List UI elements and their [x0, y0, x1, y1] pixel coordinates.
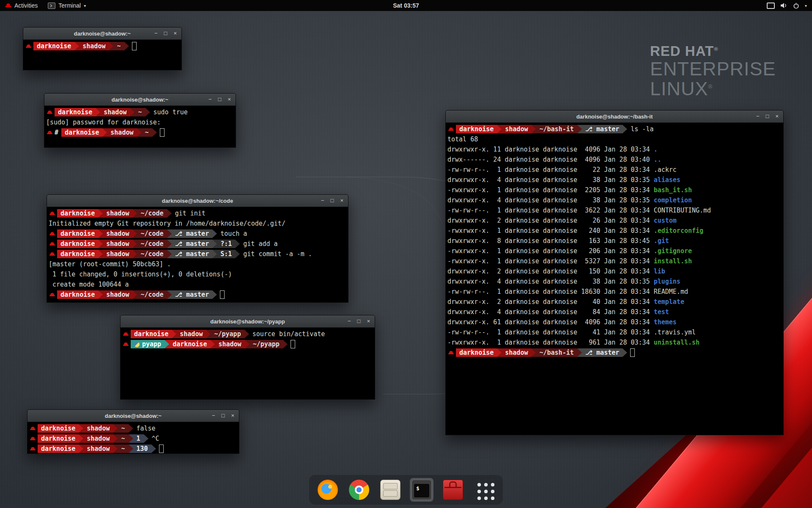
close-button[interactable]: ×: [340, 195, 343, 207]
terminal-cursor: [132, 42, 137, 50]
ls-details: -rwxrwxr-x. 1 darknoise darknoise 2205 J…: [447, 186, 654, 194]
window-controls: −□×: [756, 110, 783, 122]
titlebar[interactable]: darknoise@shadow:~−□×: [44, 94, 236, 106]
firefox-launcher[interactable]: [316, 478, 340, 502]
ls-line: drwxrwxr-x. 4 darknoise darknoise 38 Jan…: [447, 175, 782, 185]
volume-icon[interactable]: [780, 3, 787, 8]
powerline-arrow-icon: [577, 348, 582, 357]
ls-line: -rw-rw-r--. 1 darknoise darknoise 22 Jan…: [447, 165, 782, 175]
display-icon[interactable]: [767, 3, 775, 9]
ls-line: drwxrwxr-x. 61 darknoise darknoise 4096 …: [447, 317, 782, 327]
titlebar[interactable]: darknoise@shadow:~/pyapp−□×: [121, 315, 375, 328]
terminal-content[interactable]: darknoiseshadow~/codegit initInitialized…: [47, 207, 348, 302]
powerline-arrow-icon: [235, 250, 240, 258]
prompt-segment-git: ⎇ master: [582, 125, 623, 133]
command-text: ^C: [152, 435, 159, 442]
maximize-button[interactable]: □: [218, 94, 222, 105]
window-controls: −□×: [321, 195, 348, 207]
powerline-arrow-icon: [623, 348, 627, 357]
titlebar[interactable]: darknoise@shadow:~−□×: [27, 410, 239, 422]
close-button[interactable]: ×: [231, 410, 234, 422]
maximize-button[interactable]: □: [164, 28, 167, 39]
powerline-arrow-icon: [98, 290, 103, 299]
close-button[interactable]: ×: [775, 110, 779, 122]
minimize-button[interactable]: −: [321, 195, 324, 207]
window-title: darknoise@shadow:~/bash-it: [446, 113, 783, 120]
close-button[interactable]: ×: [173, 28, 177, 39]
window-title: darknoise@shadow:~/pyapp: [121, 318, 375, 325]
prompt-segment-path: ~: [118, 444, 128, 453]
chrome-launcher[interactable]: [347, 478, 371, 502]
powerline-arrow-icon: [172, 330, 176, 338]
maximize-button[interactable]: □: [766, 110, 769, 122]
minimize-button[interactable]: −: [208, 94, 212, 105]
redhat-prompt-icon: [123, 332, 129, 337]
file-name: aliases: [654, 176, 680, 184]
prompt-segment-user: darknoise: [57, 209, 98, 218]
powerline-arrow-icon: [531, 348, 536, 357]
powerline-arrow-icon: [167, 240, 172, 248]
command-text: git add a: [243, 240, 277, 248]
redhat-prompt-icon: [30, 447, 36, 451]
terminal-content[interactable]: darknoiseshadow~falsedarknoiseshadow~1^C…: [27, 422, 239, 453]
redhat-prompt-icon: [47, 110, 52, 115]
prompt-segment-host: shadow: [103, 209, 132, 218]
prompt-line: darknoiseshadow~/code⎇ master?:1git add …: [49, 239, 346, 249]
prompt-segment-path: ~/bash-it: [536, 348, 577, 357]
files-launcher[interactable]: [379, 478, 402, 502]
prompt-segment-host: shadow: [103, 250, 132, 258]
redhat-prompt-icon: [49, 252, 55, 257]
powerline-arrow-icon: [206, 330, 211, 338]
activities-button[interactable]: Activities: [0, 0, 43, 11]
ls-line: drwxrwxr-x. 2 darknoise darknoise 40 Jan…: [447, 297, 782, 307]
file-name: themes: [654, 318, 677, 326]
powerline-arrow-icon: [129, 444, 133, 453]
terminal-content[interactable]: darknoiseshadow~/bash-it⎇ masterls -lato…: [446, 123, 783, 435]
minimize-button[interactable]: −: [154, 28, 158, 39]
titlebar[interactable]: darknoise@shadow:~−□×: [23, 28, 181, 40]
minimize-button[interactable]: −: [348, 315, 351, 327]
prompt-segment-path: ~/code: [137, 250, 167, 258]
terminal-content[interactable]: darknoiseshadow~sudo true[sudo] password…: [44, 106, 236, 147]
ls-line: drwxrwxr-x. 11 darknoise darknoise 4096 …: [447, 144, 782, 155]
output-line: 1 file changed, 0 insertions(+), 0 delet…: [49, 269, 346, 279]
titlebar[interactable]: darknoise@shadow:~/code−□×: [47, 195, 348, 207]
redhat-prompt-icon: [30, 436, 36, 441]
powerline-arrow-icon: [144, 434, 148, 443]
terminal-content[interactable]: darknoiseshadow~/pyappsource bin/activat…: [121, 328, 375, 399]
clock[interactable]: Sat 03:57: [0, 2, 812, 9]
maximize-button[interactable]: □: [331, 195, 334, 207]
prompt-segment-host: shadow: [176, 330, 206, 338]
maximize-button[interactable]: □: [222, 410, 225, 422]
window-controls: −□×: [212, 410, 239, 422]
prompt-segment-user: darknoise: [61, 128, 102, 137]
dock: [309, 475, 503, 505]
powerline-arrow-icon: [497, 125, 502, 133]
powerline-arrow-icon: [165, 340, 169, 348]
terminal-launcher[interactable]: [410, 478, 433, 502]
ls-details: drwxrwxr-x. 2 darknoise darknoise 40 Jan…: [447, 298, 654, 306]
app-menu[interactable]: Terminal ▾: [43, 0, 91, 11]
window-code: darknoise@shadow:~/code−□×darknoiseshado…: [47, 194, 348, 303]
prompt-segment-venv: pyapp: [131, 340, 165, 348]
minimize-button[interactable]: −: [212, 410, 215, 422]
powerline-arrow-icon: [79, 434, 83, 443]
toolbox-launcher[interactable]: [441, 478, 465, 502]
power-icon[interactable]: [793, 3, 799, 9]
output-line: [sudo] password for darknoise:: [46, 117, 234, 127]
close-button[interactable]: ×: [228, 94, 231, 105]
file-name: CONTRIBUTING.md: [654, 207, 711, 214]
powerline-arrow-icon: [132, 229, 137, 238]
powerline-arrow-icon: [132, 240, 137, 248]
prompt-segment-user: darknoise: [38, 444, 79, 453]
minimize-button[interactable]: −: [756, 110, 760, 122]
maximize-button[interactable]: □: [357, 315, 361, 327]
titlebar[interactable]: darknoise@shadow:~/bash-it−□×: [446, 110, 783, 123]
close-button[interactable]: ×: [367, 315, 370, 327]
prompt-segment-host: shadow: [83, 424, 113, 433]
app-menu-label: Terminal: [58, 2, 81, 9]
terminal-content[interactable]: darknoiseshadow~: [23, 40, 181, 70]
apps-launcher[interactable]: [472, 478, 496, 502]
powerline-arrow-icon: [167, 250, 172, 258]
powerline-arrow-icon: [129, 434, 133, 443]
